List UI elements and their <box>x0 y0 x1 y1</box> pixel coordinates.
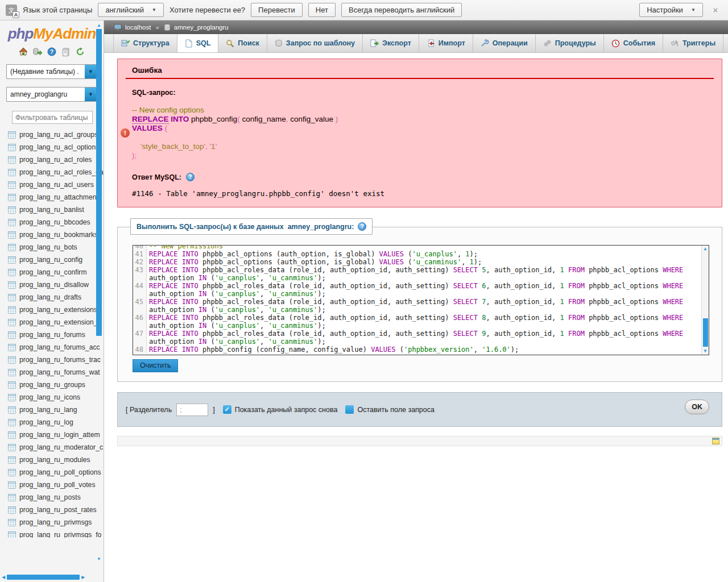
editor-scrollbar[interactable]: ▲ ▼ <box>701 246 709 355</box>
table-name[interactable]: prog_lang_ru_groups <box>19 381 85 389</box>
table-list-item[interactable]: prog_lang_ru_poll_votes <box>0 479 104 491</box>
delimiter-input[interactable] <box>176 404 208 416</box>
table-name[interactable]: prog_lang_ru_bots <box>19 243 77 251</box>
table-list-item[interactable]: prog_lang_ru_config <box>0 253 104 266</box>
help-icon[interactable]: ? <box>186 173 195 181</box>
scroll-left-icon[interactable]: ◀ <box>0 575 7 580</box>
tab-операции[interactable]: Операции <box>473 34 536 52</box>
breadcrumb-server[interactable]: localhost <box>125 24 151 31</box>
show-query-checkbox[interactable]: ✓ <box>223 405 231 414</box>
table-name[interactable]: prog_lang_ru_extension_g <box>19 318 101 326</box>
tab-события[interactable]: События <box>604 34 663 52</box>
legend-database-link[interactable]: amney_proglangru: <box>288 223 354 231</box>
table-list-item[interactable]: prog_lang_ru_moderator_c <box>0 441 104 454</box>
table-list-item[interactable]: prog_lang_ru_disallow <box>0 278 104 291</box>
table-name[interactable]: prog_lang_ru_login_attem <box>19 431 100 439</box>
table-name[interactable]: prog_lang_ru_forums <box>19 331 85 339</box>
refresh-icon[interactable] <box>76 47 85 56</box>
table-name[interactable]: prog_lang_ru_drafts <box>19 293 81 301</box>
table-name[interactable]: prog_lang_ru_log <box>19 418 73 426</box>
help-icon[interactable]: ? <box>358 222 366 231</box>
table-list-item[interactable]: prog_lang_ru_acl_options <box>0 141 104 153</box>
table-name[interactable]: prog_lang_ru_bbcodes <box>19 218 90 226</box>
table-name[interactable]: prog_lang_ru_acl_groups <box>19 131 98 139</box>
chevron-down-icon[interactable]: ▼ <box>85 88 97 101</box>
tab-триггеры[interactable]: Триггеры <box>663 34 723 52</box>
table-name[interactable]: prog_lang_ru_forums_acc <box>19 343 100 351</box>
table-name[interactable]: prog_lang_ru_acl_roles <box>19 156 92 164</box>
table-list-item[interactable]: prog_lang_ru_forums_wat <box>0 366 104 379</box>
table-name[interactable]: prog_lang_ru_icons <box>19 393 80 401</box>
table-list-item[interactable]: prog_lang_ru_banlist <box>0 203 104 216</box>
table-list-item[interactable]: prog_lang_ru_privmsgs <box>0 516 104 529</box>
filter-tables-input[interactable] <box>12 111 93 124</box>
table-list-item[interactable]: prog_lang_ru_bbcodes <box>0 216 104 228</box>
scrollbar-thumb[interactable] <box>703 318 708 347</box>
table-name[interactable]: prog_lang_ru_bookmarks <box>19 231 98 239</box>
tab-импорт[interactable]: Импорт <box>419 34 473 52</box>
breadcrumb-database[interactable]: amney_proglangru <box>174 24 229 31</box>
tab-запрос-по-шаблону[interactable]: Запрос по шаблону <box>267 34 363 52</box>
scroll-up-icon[interactable]: ▲ <box>702 246 709 252</box>
table-list-item[interactable]: prog_lang_ru_lang <box>0 404 104 416</box>
scroll-right-icon[interactable]: ▶ <box>80 575 86 580</box>
table-list-item[interactable]: prog_lang_ru_login_attem <box>0 429 104 441</box>
scroll-up-icon[interactable]: ▲ <box>96 23 102 28</box>
table-name[interactable]: prog_lang_ru_poll_options <box>19 468 101 476</box>
table-list-item[interactable]: prog_lang_ru_posts <box>0 491 104 504</box>
tab-экспорт[interactable]: Экспорт <box>363 34 419 52</box>
table-name[interactable]: prog_lang_ru_privmsgs_fo <box>19 531 101 538</box>
table-list-item[interactable]: prog_lang_ru_icons <box>0 391 104 404</box>
table-name[interactable]: prog_lang_ru_acl_roles_da <box>19 168 104 176</box>
table-name[interactable]: prog_lang_ru_moderator_c <box>19 443 103 451</box>
table-list-item[interactable]: prog_lang_ru_extension_g <box>0 316 104 329</box>
table-list-item[interactable]: prog_lang_ru_poll_options <box>0 466 104 479</box>
exit-icon[interactable] <box>33 47 42 56</box>
table-name[interactable]: prog_lang_ru_poll_votes <box>19 481 96 489</box>
table-name[interactable]: prog_lang_ru_post_rates <box>19 506 97 514</box>
table-name[interactable]: prog_lang_ru_banlist <box>19 206 84 214</box>
sql-editor[interactable]: 40-- New permissions41REPLACE INTO phpbb… <box>133 245 709 355</box>
table-name[interactable]: prog_lang_ru_lang <box>19 406 77 414</box>
scrollbar-thumb[interactable] <box>96 29 102 336</box>
table-name[interactable]: prog_lang_ru_acl_users <box>19 181 94 189</box>
table-name[interactable]: prog_lang_ru_disallow <box>19 281 89 289</box>
table-list-item[interactable]: prog_lang_ru_acl_roles_da <box>0 166 104 178</box>
table-list-item[interactable]: prog_lang_ru_confirm <box>0 266 104 278</box>
chevron-down-icon[interactable]: ▼ <box>85 65 97 78</box>
database-select[interactable]: amney_proglangru ▼ <box>6 87 97 102</box>
table-list-item[interactable]: prog_lang_ru_bots <box>0 241 104 253</box>
clear-button[interactable]: Очистить <box>133 359 178 372</box>
table-name[interactable]: prog_lang_ru_confirm <box>19 268 87 276</box>
table-list-item[interactable]: prog_lang_ru_extensions <box>0 304 104 316</box>
ok-button[interactable]: OK <box>685 400 709 414</box>
table-name[interactable]: prog_lang_ru_privmsgs <box>19 518 92 526</box>
table-list-item[interactable]: prog_lang_ru_acl_groups <box>0 128 104 141</box>
settings-button[interactable]: Настройки ▼ <box>639 3 703 17</box>
table-name[interactable]: prog_lang_ru_attachments <box>19 193 102 201</box>
table-name[interactable]: prog_lang_ru_forums_trac <box>19 356 101 364</box>
table-name[interactable]: prog_lang_ru_acl_options <box>19 143 99 151</box>
table-list-item[interactable]: prog_lang_ru_attachments <box>0 191 104 203</box>
scroll-down-icon[interactable]: ▼ <box>96 556 102 562</box>
table-list-item[interactable]: prog_lang_ru_log <box>0 416 104 429</box>
table-list-item[interactable]: prog_lang_ru_acl_users <box>0 178 104 191</box>
home-icon[interactable] <box>19 47 28 56</box>
docs-icon[interactable] <box>61 47 71 56</box>
table-list-item[interactable]: prog_lang_ru_post_rates <box>0 504 104 516</box>
table-list-item[interactable]: prog_lang_ru_bookmarks <box>0 228 104 241</box>
table-name[interactable]: prog_lang_ru_config <box>19 256 82 264</box>
recent-tables-select[interactable]: (Недавние таблицы) . ▼ <box>6 64 97 79</box>
table-list-item[interactable]: prog_lang_ru_forums <box>0 329 104 341</box>
table-name[interactable]: prog_lang_ru_extensions <box>19 306 97 314</box>
table-list-item[interactable]: prog_lang_ru_acl_roles <box>0 153 104 166</box>
tab-процедуры[interactable]: Процедуры <box>536 34 604 52</box>
always-translate-button[interactable]: Всегда переводить английский <box>341 3 462 17</box>
tab-sql[interactable]: SQL <box>177 34 219 52</box>
table-name[interactable]: prog_lang_ru_posts <box>19 493 81 501</box>
tab-структура[interactable]: Структура <box>113 34 177 52</box>
retain-query-checkbox[interactable] <box>345 405 354 414</box>
table-list-item[interactable]: prog_lang_ru_forums_acc <box>0 341 104 354</box>
table-name[interactable]: prog_lang_ru_modules <box>19 456 90 464</box>
no-button[interactable]: Нет <box>308 3 336 17</box>
